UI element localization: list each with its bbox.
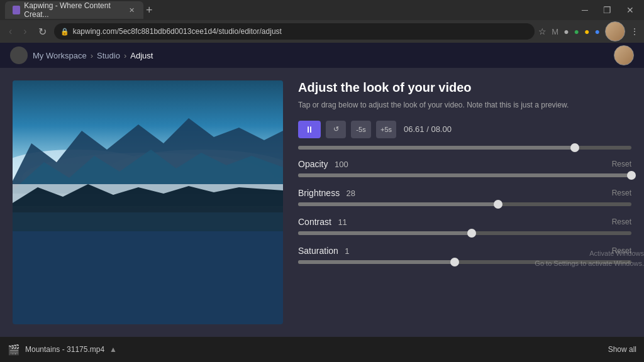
contrast-label-group: Contrast 11: [298, 216, 347, 228]
contrast-label: Contrast: [298, 217, 331, 227]
saturation-value: 1: [345, 246, 349, 256]
back-button[interactable]: ‹: [5, 25, 16, 38]
app-logo: [10, 47, 28, 64]
progress-thumb[interactable]: [570, 143, 579, 152]
close-button[interactable]: ✕: [621, 5, 639, 15]
breadcrumb: My Workspace › Studio › Adjust: [33, 51, 153, 60]
brightness-label-row: Brightness 28 Reset: [298, 187, 631, 199]
brightness-track[interactable]: [298, 202, 631, 206]
chevron-up-icon[interactable]: ▲: [109, 345, 117, 354]
progress-bar[interactable]: [298, 146, 631, 150]
forward-button[interactable]: ›: [19, 25, 30, 38]
saturation-label-row: Saturation 1 Reset: [298, 245, 631, 256]
opacity-label-row: Opacity 100 Reset: [298, 158, 631, 170]
brightness-thumb[interactable]: [494, 200, 502, 209]
user-avatar[interactable]: [605, 21, 625, 41]
lock-icon: 🔒: [60, 28, 69, 36]
account-icon[interactable]: ●: [564, 26, 569, 36]
maximize-button[interactable]: ❐: [598, 5, 616, 15]
contrast-fill: [298, 231, 472, 235]
address-bar[interactable]: 🔒 kapwing.com/5ec8fc881bdb6d0013cee1d4/s…: [54, 23, 535, 40]
opacity-label: Opacity: [298, 159, 328, 169]
app-header: My Workspace › Studio › Adjust: [0, 43, 644, 68]
breadcrumb-sep2: ›: [124, 51, 126, 60]
contrast-track[interactable]: [298, 231, 631, 235]
browser-titlebar: Kapwing - Where Content Creat... ✕ + ─ ❐…: [0, 0, 644, 20]
opacity-thumb[interactable]: [627, 171, 636, 180]
opacity-track[interactable]: [298, 173, 631, 177]
brightness-reset-button[interactable]: Reset: [612, 189, 631, 197]
time-total: 08.00: [431, 124, 452, 134]
minimize-button[interactable]: ─: [577, 5, 593, 15]
rewind-button[interactable]: ↺: [326, 121, 346, 138]
time-current: 06.61: [404, 124, 425, 134]
fwd5s-button[interactable]: +5s: [376, 121, 396, 138]
nav-icons: ☆ M ● ● ● ● ⋮: [538, 21, 639, 41]
saturation-thumb[interactable]: [450, 258, 459, 266]
tab-close-button[interactable]: ✕: [128, 5, 136, 16]
brightness-fill: [298, 202, 498, 206]
more-options-icon[interactable]: ⋮: [630, 26, 639, 36]
progress-fill: [298, 146, 575, 150]
breadcrumb-workspace[interactable]: My Workspace: [33, 51, 87, 60]
saturation-label-group: Saturation 1: [298, 245, 350, 256]
tab-title: Kapwing - Where Content Creat...: [24, 1, 124, 19]
playback-controls: ⏸ ↺ -5s +5s 06.61 / 08.00: [298, 121, 631, 138]
contrast-reset-button[interactable]: Reset: [612, 217, 631, 226]
window-controls: ─ ❐ ✕: [577, 5, 639, 15]
brightness-value: 28: [347, 189, 355, 198]
tab-bar: Kapwing - Where Content Creat... ✕ +: [5, 0, 572, 20]
opacity-fill: [298, 173, 631, 177]
saturation-label: Saturation: [298, 246, 338, 256]
time-display: 06.61 / 08.00: [404, 124, 452, 134]
main-content: Adjust the look of your video Tap or dra…: [0, 68, 644, 337]
opacity-label-group: Opacity 100: [298, 158, 348, 170]
video-preview: [13, 80, 283, 324]
header-right: [614, 45, 634, 65]
contrast-value: 11: [338, 217, 347, 227]
saturation-fill: [298, 260, 455, 264]
saturation-track[interactable]: Activate Windows Go to Settings to activ…: [298, 260, 631, 264]
opacity-value: 100: [335, 160, 348, 169]
new-tab-button[interactable]: +: [146, 4, 153, 17]
reload-button[interactable]: ↻: [35, 25, 50, 39]
opacity-reset-button[interactable]: Reset: [612, 160, 631, 168]
adjust-title: Adjust the look of your video: [298, 80, 631, 95]
saturation-reset-button[interactable]: Reset: [612, 246, 631, 255]
tab-favicon: [13, 6, 20, 14]
breadcrumb-current: Adjust: [130, 51, 153, 60]
active-tab[interactable]: Kapwing - Where Content Creat... ✕: [5, 1, 143, 19]
file-video-icon: 🎬: [8, 344, 20, 356]
pause-button[interactable]: ⏸: [298, 121, 321, 138]
extension1-icon[interactable]: ●: [574, 26, 579, 36]
bookmark-icon[interactable]: ☆: [538, 26, 547, 36]
opacity-slider-row: Opacity 100 Reset: [298, 158, 631, 177]
header-user-avatar[interactable]: [614, 45, 634, 65]
activate-line2: Go to Settings to activate Windows.: [535, 258, 644, 269]
show-all-button[interactable]: Show all: [608, 345, 636, 354]
browser-nav: ‹ › ↻ 🔒 kapwing.com/5ec8fc881bdb6d0013ce…: [0, 20, 644, 43]
contrast-thumb[interactable]: [467, 229, 476, 238]
extension3-icon[interactable]: ●: [595, 26, 600, 36]
saturation-slider-row: Saturation 1 Reset Activate Windows Go t…: [298, 245, 631, 264]
bottom-file-bar: 🎬 Mountains - 31175.mp4 ▲ Show all: [0, 337, 644, 362]
extension2-icon[interactable]: ●: [584, 26, 589, 36]
brightness-label: Brightness: [298, 188, 340, 198]
contrast-slider-row: Contrast 11 Reset: [298, 216, 631, 235]
svg-rect-5: [13, 212, 283, 231]
brightness-label-group: Brightness 28: [298, 187, 355, 199]
video-preview-svg: [13, 80, 283, 231]
breadcrumb-studio[interactable]: Studio: [97, 51, 120, 60]
contrast-label-row: Contrast 11 Reset: [298, 216, 631, 228]
brightness-slider-row: Brightness 28 Reset: [298, 187, 631, 206]
address-text: kapwing.com/5ec8fc881bdb6d0013cee1d4/stu…: [73, 27, 529, 36]
breadcrumb-sep1: ›: [91, 51, 93, 60]
back5s-button[interactable]: -5s: [351, 121, 371, 138]
adjust-description: Tap or drag below to adjust the look of …: [298, 100, 631, 111]
file-name: Mountains - 31175.mp4: [25, 345, 104, 354]
gmail-icon[interactable]: M: [552, 27, 558, 36]
adjust-panel: Adjust the look of your video Tap or dra…: [298, 80, 631, 324]
